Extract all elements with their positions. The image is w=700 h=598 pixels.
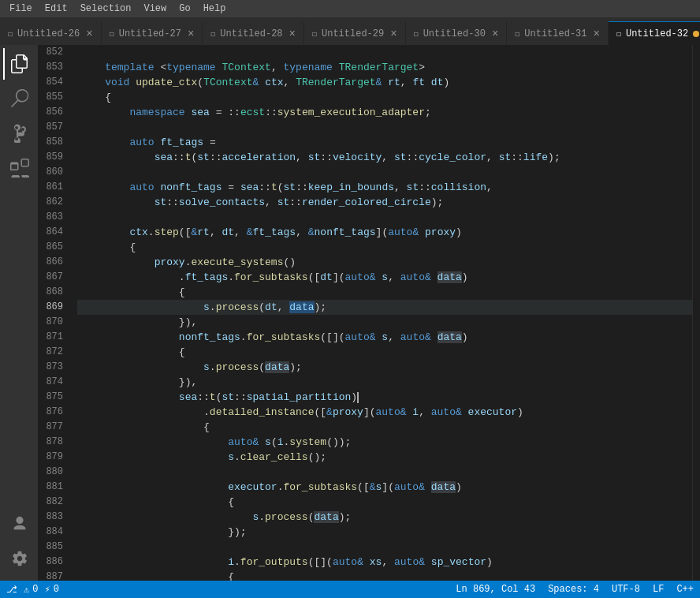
status-left: ⎇ ⚠ 0 ⚡ 0	[6, 584, 59, 596]
tab-close-icon[interactable]: ×	[188, 28, 194, 40]
code-line-884: });	[77, 525, 692, 540]
code-line-883: s.process(data);	[77, 510, 692, 525]
tab-label: Untitled-31	[524, 28, 586, 39]
menu-selection[interactable]: Selection	[74, 2, 138, 16]
tab-close-icon[interactable]: ×	[390, 28, 397, 40]
language-label: C++	[676, 584, 694, 595]
code-line-886: i.for_outputs([](auto& xs, auto& sp_vect…	[77, 555, 692, 570]
tab-untitled-29[interactable]: ◻ Untitled-29 ×	[304, 21, 406, 45]
menu-edit[interactable]: Edit	[39, 2, 74, 16]
line-num: 853	[38, 60, 71, 75]
encoding[interactable]: UTF-8	[612, 584, 640, 595]
tab-close-icon[interactable]: ×	[86, 28, 92, 40]
line-num: 871	[38, 330, 71, 345]
cursor-position-label: Ln 869, Col 43	[456, 584, 535, 595]
error-status[interactable]: ⚠ 0	[24, 584, 38, 596]
line-num: 856	[38, 105, 71, 120]
line-num: 852	[38, 45, 71, 60]
code-content[interactable]: 852 853 854 855 856 857 858 859 860 861 …	[38, 45, 700, 581]
code-line-879: s.clear_cells();	[77, 450, 692, 465]
code-line-857	[77, 120, 692, 135]
editor-layout: 852 853 854 855 856 857 858 859 860 861 …	[0, 45, 700, 581]
tab-untitled-27[interactable]: ◻ Untitled-27 ×	[102, 21, 203, 45]
menu-view[interactable]: View	[137, 2, 173, 16]
tab-close-icon[interactable]: ×	[289, 28, 296, 40]
warning-count: 0	[54, 584, 59, 595]
code-line-861: auto nonft_tags = sea::t(st::keep_in_bou…	[77, 180, 692, 195]
code-line-873: s.process(data);	[77, 360, 692, 375]
code-editor[interactable]: 852 853 854 855 856 857 858 859 860 861 …	[38, 45, 700, 581]
code-line-877: {	[77, 420, 692, 435]
activity-bottom	[3, 508, 35, 581]
line-num: 866	[38, 255, 71, 270]
line-num: 867	[38, 270, 71, 285]
warning-icon: ⚡	[44, 584, 50, 596]
line-num-current: 869	[38, 300, 71, 315]
code-line-871: nonft_tags.for_subtasks([](auto& s, auto…	[77, 330, 692, 345]
file-icon: ◻	[414, 29, 419, 39]
code-line-875: sea::t(st::spatial_partition)	[77, 390, 692, 405]
menu-help[interactable]: Help	[197, 2, 233, 16]
language-mode[interactable]: C++	[676, 584, 694, 595]
file-icon: ◻	[210, 29, 215, 39]
cursor-position[interactable]: Ln 869, Col 43	[456, 584, 535, 595]
line-num: 860	[38, 165, 71, 180]
tab-label: Untitled-29	[322, 28, 384, 39]
code-line-864: ctx.step([&rt, dt, &ft_tags, &nonft_tags…	[77, 225, 692, 240]
line-num: 858	[38, 135, 71, 150]
menu-file[interactable]: File	[3, 2, 39, 16]
extensions-icon[interactable]	[3, 152, 35, 184]
code-line-880	[77, 465, 692, 480]
line-num: 885	[38, 540, 71, 555]
line-num: 877	[38, 420, 71, 435]
code-line-887: {	[77, 570, 692, 581]
file-icon: ◻	[515, 29, 519, 39]
code-line-876: .detailed_instance([&proxy](auto& i, aut…	[77, 405, 692, 420]
line-num: 882	[38, 495, 71, 510]
warning-status[interactable]: ⚡ 0	[44, 584, 58, 596]
branch-status[interactable]: ⎇	[6, 584, 17, 596]
menu-go[interactable]: Go	[173, 2, 196, 16]
tab-label: Untitled-27	[119, 28, 181, 39]
code-line-866: proxy.execute_systems()	[77, 255, 692, 270]
line-ending-label: LF	[653, 584, 664, 595]
explorer-icon[interactable]	[3, 48, 35, 80]
source-control-icon[interactable]	[3, 118, 35, 149]
activity-bar	[0, 45, 38, 581]
search-icon[interactable]	[3, 83, 35, 114]
modified-dot	[693, 31, 699, 37]
tab-untitled-28[interactable]: ◻ Untitled-28 ×	[203, 21, 304, 45]
code-lines[interactable]: template <typename TContext, typename TR…	[77, 45, 692, 581]
line-num: 862	[38, 195, 71, 210]
menu-bar: File Edit Selection View Go Help	[0, 0, 700, 17]
line-num: 878	[38, 435, 71, 450]
line-num: 855	[38, 90, 71, 105]
settings-icon[interactable]	[3, 543, 35, 574]
line-num: 863	[38, 210, 71, 225]
file-icon: ◻	[616, 29, 621, 39]
tab-untitled-31[interactable]: ◻ Untitled-31 ×	[507, 21, 609, 45]
line-num: 870	[38, 315, 71, 330]
error-count: 0	[32, 584, 38, 595]
line-num: 883	[38, 510, 71, 525]
code-line-874: }),	[77, 375, 692, 390]
line-num: 875	[38, 390, 71, 405]
code-line-859: sea::t(st::acceleration, st::velocity, s…	[77, 150, 692, 165]
code-line-882: {	[77, 495, 692, 510]
tab-close-icon[interactable]: ×	[594, 28, 600, 40]
code-line-869: s.process(dt, data);	[77, 300, 692, 315]
account-icon[interactable]	[3, 508, 35, 540]
indentation[interactable]: Spaces: 4	[548, 584, 599, 595]
code-line-867: .ft_tags.for_subtasks([dt](auto& s, auto…	[77, 270, 692, 285]
tab-untitled-26[interactable]: ◻ Untitled-26 ×	[0, 21, 102, 45]
line-ending[interactable]: LF	[653, 584, 664, 595]
code-line-870: }),	[77, 315, 692, 330]
tab-close-icon[interactable]: ×	[492, 28, 498, 40]
code-line-853: template <typename TContext, typename TR…	[77, 60, 692, 75]
minimap[interactable]	[692, 45, 700, 581]
line-num: 873	[38, 360, 71, 375]
tab-untitled-30[interactable]: ◻ Untitled-30 ×	[406, 21, 508, 45]
code-line-881: executor.for_subtasks([&s](auto& data)	[77, 480, 692, 495]
tab-untitled-32[interactable]: ◻ Untitled-32	[609, 21, 700, 45]
line-num: 865	[38, 240, 71, 255]
